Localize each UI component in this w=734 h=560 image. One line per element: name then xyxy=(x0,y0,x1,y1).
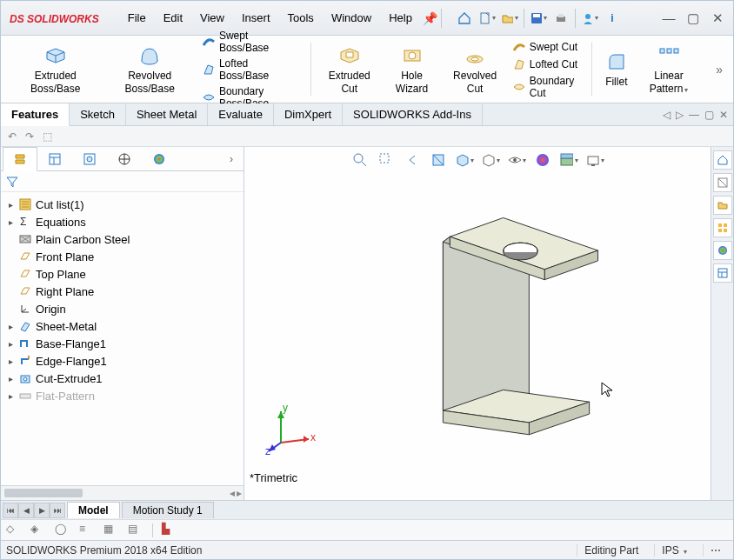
tree-item[interactable]: ▸Cut-Extrude1 xyxy=(4,370,242,387)
feature-tree[interactable]: ▸Cut list(1)▸ΣEquationsPlain Carbon Stee… xyxy=(1,192,244,485)
scrollbar-thumb[interactable] xyxy=(4,489,83,497)
print-icon[interactable] xyxy=(552,10,570,27)
select-icon[interactable]: ⬚ xyxy=(43,130,52,143)
orientation-triad[interactable]: x y z xyxy=(265,404,317,457)
tree-item[interactable]: Top Plane xyxy=(4,265,242,283)
menu-tools[interactable]: Tools xyxy=(280,8,322,28)
cm-tab-dimxpert[interactable]: DimXpert xyxy=(274,103,343,125)
view-settings-icon[interactable]: ▾ xyxy=(585,150,604,170)
property-manager-tab[interactable] xyxy=(37,147,72,171)
lofted-cut-button[interactable]: Lofted Cut xyxy=(510,57,583,72)
expander-icon[interactable]: ▸ xyxy=(6,322,15,331)
minimize-button[interactable]: — xyxy=(658,10,679,27)
swept-boss-button[interactable]: Swept Boss/Base xyxy=(200,29,302,55)
extruded-cut-button[interactable]: Extruded Cut xyxy=(320,42,379,97)
home-icon[interactable] xyxy=(456,10,473,27)
extruded-boss-button[interactable]: Extruded Boss/Base xyxy=(11,42,100,97)
first-tab-icon[interactable]: ⏮ xyxy=(3,503,18,518)
expander-icon[interactable]: ▸ xyxy=(6,200,15,210)
taskpane-appearances-icon[interactable] xyxy=(713,241,732,260)
dimxpert-manager-tab[interactable] xyxy=(107,147,142,171)
save-icon[interactable]: ▾ xyxy=(530,10,547,27)
tab-model[interactable]: Model xyxy=(67,502,120,518)
zoom-fit-icon[interactable] xyxy=(350,150,370,170)
cm-tab-sketch[interactable]: Sketch xyxy=(70,103,126,125)
tab-motion-study-1[interactable]: Motion Study 1 xyxy=(122,502,214,518)
menu-file[interactable]: File xyxy=(120,8,154,28)
taskpane-custom-properties-icon[interactable] xyxy=(713,263,732,283)
expander-icon[interactable]: ▸ xyxy=(6,217,15,227)
previous-view-icon[interactable] xyxy=(403,150,422,170)
graphics-area[interactable]: ▾ ▾ ▾ ▾ ▾ xyxy=(244,147,711,500)
sketch-ico-2[interactable]: ◈ xyxy=(30,523,46,538)
sketch-ico-4[interactable]: ≡ xyxy=(79,523,95,538)
sketch-ico-1[interactable]: ◇ xyxy=(6,523,22,538)
tree-item[interactable]: ▸Flat-Pattern xyxy=(4,387,242,404)
user-icon[interactable]: ▾ xyxy=(581,10,598,27)
sketch-ico-5[interactable]: ▦ xyxy=(103,523,119,538)
swept-cut-button[interactable]: Swept Cut xyxy=(510,39,583,55)
taskpane-design-library-icon[interactable] xyxy=(713,173,732,192)
taskpane-view-palette-icon[interactable] xyxy=(713,218,732,237)
fillet-button[interactable]: Fillet xyxy=(601,48,632,90)
tree-item[interactable]: ▸Cut list(1) xyxy=(4,196,242,213)
cm-tab-features[interactable]: Features xyxy=(1,103,70,126)
pin-icon[interactable]: 📌 xyxy=(422,10,439,27)
display-style-icon[interactable]: ▾ xyxy=(481,150,500,170)
prev-tab-icon[interactable]: ◀ xyxy=(18,503,34,518)
tree-filter[interactable] xyxy=(1,171,244,192)
taskpane-file-explorer-icon[interactable] xyxy=(713,196,732,215)
tree-item[interactable]: Origin xyxy=(4,300,242,317)
close-button[interactable]: ✕ xyxy=(707,10,728,27)
cm-tab-evaluate[interactable]: Evaluate xyxy=(208,103,274,125)
tree-item[interactable]: ▸Sheet-Metal xyxy=(4,317,242,335)
menu-window[interactable]: Window xyxy=(324,8,379,28)
last-tab-icon[interactable]: ⏭ xyxy=(50,503,65,518)
section-view-icon[interactable] xyxy=(429,150,448,170)
tree-item[interactable]: ▸Base-Flange1 xyxy=(4,335,242,352)
close-doc-icon[interactable]: ✕ xyxy=(719,109,728,121)
undo-icon[interactable]: ↶ xyxy=(8,130,17,143)
help-icon[interactable]: i xyxy=(604,10,621,27)
expander-icon[interactable]: ▸ xyxy=(6,339,15,349)
expander-icon[interactable]: ▸ xyxy=(6,374,15,383)
status-extra[interactable]: ⋯ xyxy=(703,544,728,557)
sketch-ico-6[interactable]: ▤ xyxy=(128,523,143,538)
menu-view[interactable]: View xyxy=(192,8,232,28)
zoom-area-icon[interactable] xyxy=(377,150,396,170)
next-tab-icon[interactable]: ▶ xyxy=(34,503,50,518)
tree-item[interactable]: ▸Edge-Flange1 xyxy=(4,352,242,370)
revolved-cut-button[interactable]: Revolved Cut xyxy=(444,42,504,97)
feature-manager-tab[interactable] xyxy=(3,147,37,171)
sketch-ico-3[interactable]: ◯ xyxy=(55,523,70,538)
expander-icon[interactable]: ▸ xyxy=(6,391,15,401)
redo-icon[interactable]: ↷ xyxy=(25,130,34,143)
ribbon-overflow-button[interactable]: » xyxy=(709,37,730,101)
cm-tab-addins[interactable]: SOLIDWORKS Add-Ins xyxy=(343,103,483,125)
revolved-boss-button[interactable]: Revolved Boss/Base xyxy=(105,42,195,97)
linear-pattern-button[interactable]: Linear Pattern▾ xyxy=(637,42,700,97)
tree-item[interactable]: Right Plane xyxy=(4,283,242,300)
hide-show-icon[interactable]: ▾ xyxy=(507,150,526,170)
expand-panel-button[interactable]: › xyxy=(221,153,242,165)
menu-edit[interactable]: Edit xyxy=(156,8,190,28)
prev-tab-icon[interactable]: ◁ xyxy=(663,109,671,121)
configuration-manager-tab[interactable] xyxy=(72,147,107,171)
open-icon[interactable]: ▾ xyxy=(501,10,518,27)
model-viewport[interactable]: x y z *Trimetric xyxy=(244,173,711,500)
sketch-ico-7[interactable]: ▙ xyxy=(162,523,177,538)
edit-appearance-icon[interactable] xyxy=(533,150,552,170)
lofted-boss-button[interactable]: Lofted Boss/Base xyxy=(200,57,302,83)
view-orientation-icon[interactable]: ▾ xyxy=(455,150,474,170)
tree-hscrollbar[interactable]: ◂▸ xyxy=(1,485,244,500)
tree-item[interactable]: Plain Carbon Steel xyxy=(4,230,242,248)
tree-item[interactable]: ▸ΣEquations xyxy=(4,213,242,230)
taskpane-home-icon[interactable] xyxy=(713,150,732,170)
maximize-button[interactable]: ▢ xyxy=(683,10,704,27)
restore-doc-icon[interactable]: ▢ xyxy=(704,109,714,121)
status-units[interactable]: IPS ▾ xyxy=(654,544,694,557)
menu-insert[interactable]: Insert xyxy=(234,8,278,28)
menu-help[interactable]: Help xyxy=(381,8,420,28)
expander-icon[interactable]: ▸ xyxy=(6,357,15,366)
next-tab-icon[interactable]: ▷ xyxy=(676,109,684,121)
